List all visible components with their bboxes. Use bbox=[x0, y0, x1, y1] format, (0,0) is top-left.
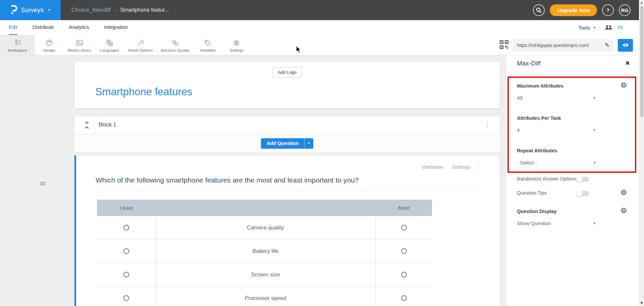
surveys-app-menu[interactable]: Surveys ▼ bbox=[0, 0, 61, 20]
upgrade-now-button[interactable]: Upgrade Now bbox=[550, 4, 597, 16]
scroll-down-arrow-icon[interactable] bbox=[640, 302, 643, 304]
collaborators-count[interactable]: 15 bbox=[617, 25, 623, 30]
survey-title[interactable]: Smartphone features bbox=[95, 86, 193, 98]
block-body: Add Question ▼ bbox=[74, 134, 500, 153]
tab-edit[interactable]: Edit bbox=[9, 20, 17, 35]
validation-link[interactable]: Validation bbox=[422, 164, 443, 170]
tab-integration[interactable]: Integration bbox=[104, 20, 128, 35]
most-radio[interactable] bbox=[401, 295, 407, 301]
chevron-down-icon: ▼ bbox=[593, 161, 596, 164]
most-radio[interactable] bbox=[401, 248, 407, 254]
translate-icon bbox=[106, 38, 114, 47]
question-settings-link[interactable]: Settings bbox=[452, 164, 470, 170]
question-card: Validation Settings ⋮ Which of the follo… bbox=[74, 155, 500, 306]
questionpro-logo-icon bbox=[10, 5, 17, 16]
attributes-per-task-select[interactable]: 4 ▼ bbox=[517, 127, 596, 133]
toolbar-item-settings[interactable]: Settings bbox=[222, 35, 251, 55]
divider bbox=[517, 74, 627, 74]
table-row: Screen size bbox=[97, 263, 432, 287]
repeat-attributes-label: Repeat Attributes bbox=[517, 148, 557, 153]
tab-analytics[interactable]: Analytics bbox=[69, 20, 89, 35]
block-menu-dots-icon[interactable]: ⋮ bbox=[484, 121, 490, 129]
page-scrollbar[interactable] bbox=[639, 0, 644, 306]
collapse-block-icon[interactable] bbox=[85, 121, 89, 131]
image-icon bbox=[75, 38, 84, 47]
survey-header-card: Add Logo Smartphone features bbox=[74, 62, 500, 108]
app-menu-label: Surveys bbox=[21, 6, 44, 14]
most-radio[interactable] bbox=[401, 272, 407, 277]
attribute-label: Battery life bbox=[156, 240, 376, 263]
most-header: Most bbox=[376, 200, 432, 216]
search-button[interactable] bbox=[533, 4, 545, 16]
edit-url-pencil-icon[interactable]: ✎ bbox=[605, 42, 609, 49]
topbar-actions: Upgrade Now ? RG bbox=[533, 0, 644, 20]
least-radio[interactable] bbox=[123, 272, 129, 277]
breadcrumb-separator: › bbox=[115, 7, 116, 13]
add-question-caret-icon[interactable]: ▼ bbox=[304, 138, 313, 149]
maxdiff-table: Least Most Camera quality Battery life S… bbox=[97, 200, 432, 306]
section-nav: Edit Distribute Analytics Integration To… bbox=[0, 20, 644, 35]
survey-url-text: https://rohitgupta.questionpro.com/ bbox=[517, 43, 605, 48]
divider bbox=[96, 192, 480, 192]
toolbar-item-workspace[interactable]: Workspace bbox=[0, 35, 35, 55]
help-icon[interactable]: ? bbox=[621, 208, 627, 213]
toolbar-item-media-library[interactable]: Media Library bbox=[64, 35, 95, 55]
add-question-button[interactable]: Add Question ▼ bbox=[261, 138, 313, 149]
maximum-attributes-select[interactable]: All ▼ bbox=[517, 95, 596, 101]
repeat-attributes-select[interactable]: - Select - ▼ bbox=[517, 160, 596, 165]
toolbar-item-finish-options[interactable]: Finish Options bbox=[124, 35, 157, 55]
toolbar-item-variables[interactable]: Variables bbox=[193, 35, 222, 55]
close-icon[interactable]: ✖ bbox=[625, 60, 630, 67]
least-radio[interactable] bbox=[123, 225, 129, 231]
least-radio[interactable] bbox=[123, 295, 129, 301]
gear-icon bbox=[232, 38, 240, 47]
breadcrumb-folder-link[interactable]: Choice_Maxdiff bbox=[71, 7, 111, 13]
toolbar-item-design[interactable]: Design bbox=[35, 35, 64, 55]
toolbar-item-advance-quotas[interactable]: Advance Quotas bbox=[157, 35, 193, 55]
least-header: Least bbox=[97, 200, 156, 216]
chain-link-icon bbox=[171, 38, 179, 47]
question-menu-dots-icon[interactable]: ⋮ bbox=[475, 163, 481, 170]
table-row: Processor speed bbox=[97, 287, 432, 306]
panel-title: Max-Diff bbox=[517, 60, 540, 67]
top-bar: Surveys ▼ Choice_Maxdiff › Smartphone fe… bbox=[0, 0, 644, 20]
collaborators-icon[interactable] bbox=[605, 24, 613, 31]
chevron-down-icon: ▼ bbox=[593, 26, 596, 29]
chevron-down-icon: ▼ bbox=[593, 96, 596, 100]
tab-distribute[interactable]: Distribute bbox=[33, 20, 54, 35]
toolbar-item-languages[interactable]: Languages bbox=[95, 35, 124, 55]
attribute-label: Processor speed bbox=[156, 287, 376, 306]
table-row: Camera quality bbox=[97, 216, 432, 240]
randomize-answer-options-toggle[interactable] bbox=[577, 177, 589, 182]
help-icon[interactable]: ? bbox=[621, 82, 627, 88]
least-radio[interactable] bbox=[123, 248, 129, 254]
block-title[interactable]: Block 1 bbox=[99, 122, 116, 128]
attribute-label: Camera quality bbox=[156, 216, 376, 239]
maxdiff-settings-panel: Max-Diff ✖ Maximum Attributes ? All ▼ At… bbox=[506, 55, 640, 306]
question-tips-toggle[interactable] bbox=[577, 191, 589, 196]
qr-code-icon[interactable] bbox=[500, 40, 508, 50]
randomize-answer-options-label: Randomize Answer Options bbox=[517, 176, 577, 182]
table-row: Battery life bbox=[97, 240, 432, 263]
help-button[interactable]: ? bbox=[602, 4, 614, 16]
scrollbar-thumb[interactable] bbox=[640, 6, 643, 117]
breadcrumb: Choice_Maxdiff › Smartphone featur... bbox=[61, 0, 533, 20]
chevron-down-icon: ▼ bbox=[593, 129, 596, 132]
help-icon: ? bbox=[606, 7, 609, 13]
scroll-up-arrow-icon[interactable] bbox=[640, 2, 643, 4]
preview-survey-button[interactable] bbox=[618, 39, 633, 52]
most-radio[interactable] bbox=[401, 225, 407, 231]
eye-icon bbox=[622, 43, 629, 48]
add-logo-button[interactable]: Add Logo bbox=[273, 67, 302, 78]
magic-wand-icon bbox=[136, 38, 144, 47]
question-tips-label: Question Tips bbox=[517, 190, 547, 196]
help-icon[interactable]: ? bbox=[621, 190, 627, 195]
survey-url-field[interactable]: https://rohitgupta.questionpro.com/ ✎ bbox=[513, 39, 613, 52]
avatar[interactable]: RG bbox=[619, 4, 631, 16]
tools-menu[interactable]: Tools bbox=[578, 25, 590, 31]
block-header: Block 1 ⋮ bbox=[74, 116, 500, 134]
question-display-select[interactable]: Show Question ▼ bbox=[517, 220, 596, 226]
breadcrumb-current-survey: Smartphone featur... bbox=[120, 7, 169, 13]
question-text[interactable]: Which of the following smartphone featur… bbox=[96, 176, 359, 184]
search-icon bbox=[536, 7, 542, 13]
